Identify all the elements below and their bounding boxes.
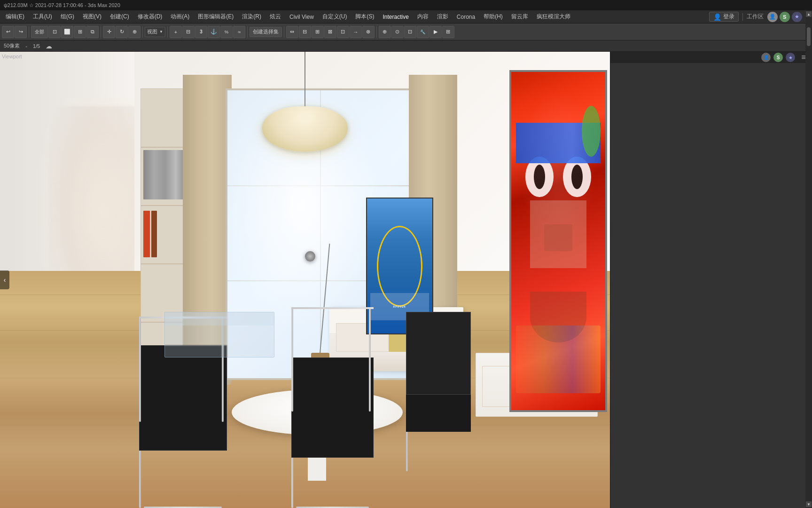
create-selection-btn[interactable]: 创建选择集 xyxy=(250,27,282,37)
spinner-snap-btn[interactable]: ≈ xyxy=(233,26,245,38)
snap-btn[interactable]: ⊟ xyxy=(182,26,195,38)
align-btn[interactable]: ⊟ xyxy=(299,26,311,38)
user-star-btn[interactable]: ★ xyxy=(792,12,802,22)
menu-corona[interactable]: Corona xyxy=(453,13,479,21)
move-btn[interactable]: ✛ xyxy=(103,26,115,38)
menu-separator xyxy=(742,13,743,21)
chair-seat-fl xyxy=(139,345,227,451)
spacing-tool-btn[interactable]: → xyxy=(350,26,362,38)
menu-shadow[interactable]: 渲影 xyxy=(433,12,452,22)
scale-btn[interactable]: ⊕ xyxy=(128,26,141,38)
chair-back-top-r xyxy=(291,307,374,309)
scrollbar-track[interactable] xyxy=(806,18,811,500)
art-bottom-strokes xyxy=(516,325,601,393)
menu-edit[interactable]: 编辑(E) xyxy=(2,12,28,22)
title-text: ψ212.03M ☆ 2021-07-28 17:00:46 - 3ds Max… xyxy=(4,2,120,8)
normal-align-btn[interactable]: ⊞ xyxy=(312,26,324,38)
render-region-btn[interactable]: ⊞ xyxy=(442,26,454,38)
cloud-sync-icon: ☁ xyxy=(46,42,52,50)
snap-2d-btn[interactable]: + xyxy=(170,26,182,38)
mirror-align-group: ⇔ ⊟ ⊞ ⊠ ⊡ → ⊗ xyxy=(286,26,375,38)
page-indicator: 1/5 xyxy=(33,43,40,49)
mirror-btn[interactable]: ⇔ xyxy=(286,26,298,38)
right-scrollbar[interactable]: ▲ ▼ xyxy=(805,10,812,508)
percent-snap-btn[interactable]: % xyxy=(220,26,233,38)
sep7 xyxy=(376,26,377,38)
login-btn[interactable]: 👤 登录 xyxy=(709,12,739,22)
menu-tools[interactable]: 工具(U) xyxy=(29,12,56,22)
menu-xunyun[interactable]: 炫云 xyxy=(266,12,285,22)
menu-view[interactable]: 视图(V) xyxy=(79,12,105,22)
right-panel-content xyxy=(610,63,812,508)
title-bar: ψ212.03M ☆ 2021-07-28 17:00:46 - 3ds Max… xyxy=(0,0,812,10)
panel-star-icon[interactable]: ★ xyxy=(786,53,795,62)
menu-render[interactable]: 渲染(R) xyxy=(238,12,265,22)
render-setup-btn[interactable]: 🔧 xyxy=(417,26,429,38)
scroll-up-btn[interactable]: ▲ xyxy=(806,11,812,17)
undo-btn[interactable]: ↩ xyxy=(2,26,14,38)
menu-civil-view[interactable]: Civil View xyxy=(286,13,318,21)
render-active-btn[interactable]: ▶ xyxy=(429,26,442,38)
render-view: RPOVEN xyxy=(0,52,610,508)
select-group: 全部 ⊡ ⬜ ⊞ ⧉ xyxy=(31,26,99,38)
main-area: ‹ xyxy=(0,52,812,508)
view-dropdown[interactable]: 视图 ▼ xyxy=(145,27,165,37)
scene-states-btn[interactable]: ⊙ xyxy=(391,26,404,38)
menu-content[interactable]: 内容 xyxy=(414,12,432,22)
layer-btn[interactable]: ⊕ xyxy=(379,26,391,38)
rotate-btn[interactable]: ↻ xyxy=(116,26,128,38)
clone-align-btn[interactable]: ⊗ xyxy=(362,26,375,38)
sep3 xyxy=(142,26,143,38)
panel-s-icon[interactable]: S xyxy=(773,53,783,62)
menu-modifier[interactable]: 修改器(D) xyxy=(134,12,166,22)
chair-front-right xyxy=(287,307,378,508)
sep6 xyxy=(284,26,284,38)
lamp-cord xyxy=(304,52,305,111)
select-all-btn[interactable]: 全部 xyxy=(31,26,48,38)
scroll-down-btn[interactable]: ▼ xyxy=(806,501,812,507)
angle-snap-btn[interactable]: ⚓ xyxy=(208,26,220,38)
select-region-btn[interactable]: ⊞ xyxy=(74,26,86,38)
book-brown xyxy=(151,211,156,257)
poster-text: RPOVEN xyxy=(393,305,406,308)
menu-create[interactable]: 创建(C) xyxy=(106,12,133,22)
user-controls: 👤 S ★ xyxy=(767,12,802,22)
art-nose xyxy=(544,224,572,252)
select-invert-btn[interactable]: ⧉ xyxy=(86,26,99,38)
menu-interactive[interactable]: Interactive xyxy=(379,13,412,21)
viewport-label-text: Viewport xyxy=(2,54,22,59)
menu-custom[interactable]: 自定义(U) xyxy=(319,12,351,22)
menu-liuyunku[interactable]: 留云库 xyxy=(508,12,532,22)
sep4 xyxy=(167,26,168,38)
create-sel-label: 创建选择集 xyxy=(253,28,279,35)
scrollbar-thumb[interactable] xyxy=(807,27,811,46)
user-avatar-btn[interactable]: 👤 xyxy=(767,12,778,22)
viewport-label: Viewport xyxy=(2,54,22,59)
menu-graph-editor[interactable]: 图形编辑器(E) xyxy=(194,12,237,22)
menu-group[interactable]: 组(G) xyxy=(57,12,78,22)
viewport[interactable]: RPOVEN xyxy=(0,52,610,508)
menu-crazy[interactable]: 疯狂模渲大师 xyxy=(533,12,574,22)
statusbar: 50像素 - 1/5 ☁ xyxy=(0,40,812,52)
menu-script[interactable]: 脚本(S) xyxy=(351,12,378,22)
chair-backleg-fl xyxy=(139,317,141,422)
panel-user-icon[interactable]: 👤 xyxy=(761,53,771,62)
sep2 xyxy=(101,26,101,38)
select-filter-btn[interactable]: ⊡ xyxy=(48,26,61,38)
select-object-btn[interactable]: ⬜ xyxy=(61,26,73,38)
view-label: 视图 xyxy=(147,28,157,35)
user-s-btn[interactable]: S xyxy=(780,12,790,22)
zoom-level: 50像素 xyxy=(4,42,20,49)
redo-btn[interactable]: ↪ xyxy=(15,26,27,38)
align-view-btn[interactable]: ⊡ xyxy=(337,26,349,38)
place-highlight-btn[interactable]: ⊠ xyxy=(324,26,336,38)
prev-arrow[interactable]: ‹ xyxy=(0,270,9,289)
undo-redo-group: ↩ ↪ xyxy=(2,26,27,38)
menu-animation[interactable]: 动画(A) xyxy=(167,12,193,22)
book-red xyxy=(143,211,150,257)
snap-3d-btn[interactable]: 3 xyxy=(195,26,207,38)
display-btn[interactable]: ⊡ xyxy=(404,26,416,38)
chair-seat-rfl xyxy=(291,357,374,458)
menu-help[interactable]: 帮助(H) xyxy=(480,12,507,22)
sep5 xyxy=(247,26,248,38)
